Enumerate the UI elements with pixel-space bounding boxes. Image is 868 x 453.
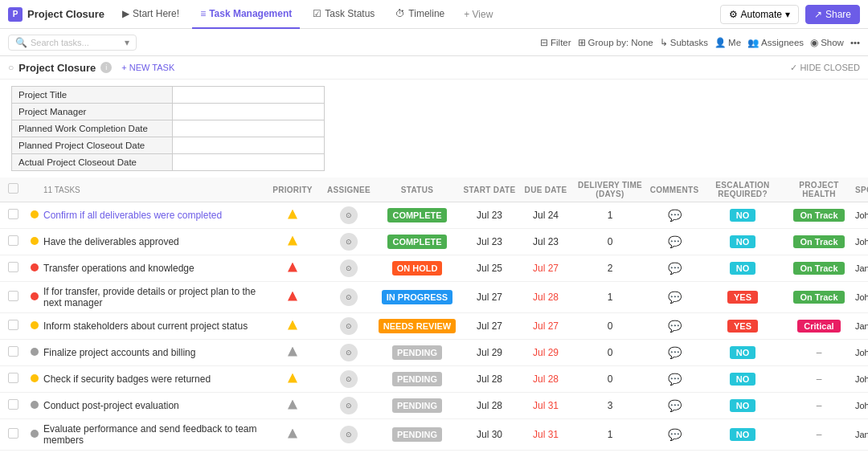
- more-button[interactable]: •••: [850, 38, 860, 47]
- task-checkbox-6[interactable]: [8, 373, 31, 386]
- info-table: Project Title Project Manager Planned Wo…: [11, 86, 325, 171]
- task-name-7[interactable]: Conduct post-project evaluation: [43, 400, 260, 411]
- tab-timeline[interactable]: ⏱ Timeline: [387, 0, 452, 29]
- task-name-text: Check if security badges were returned: [43, 373, 211, 385]
- assignee-avatar: ⊙: [340, 288, 358, 306]
- tab-task-management[interactable]: ≡ Task Management: [192, 0, 300, 29]
- section-info-icon[interactable]: i: [100, 62, 112, 73]
- task-assignee-7[interactable]: ⊙: [325, 397, 373, 414]
- tab-start-here[interactable]: ▶ Start Here!: [114, 0, 187, 29]
- status-badge: COMPLETE: [387, 208, 446, 222]
- task-assignee-1[interactable]: ⊙: [325, 233, 373, 251]
- main-content: ○ Project Closure i + NEW TASK ✓ HIDE CL…: [0, 56, 868, 453]
- task-dot-2: [31, 263, 43, 274]
- assignee-avatar: ⊙: [340, 206, 358, 224]
- info-value-project-closeout[interactable]: [173, 137, 325, 154]
- info-value-actual-closeout[interactable]: [173, 154, 325, 171]
- task-name-2[interactable]: Transfer operations and knowledge: [43, 263, 260, 274]
- add-view-button[interactable]: + View: [457, 9, 499, 20]
- filter-button[interactable]: ⊟ Filter: [540, 37, 571, 48]
- task-assignee-3[interactable]: ⊙: [325, 288, 373, 306]
- task-row: Conduct post-project evaluation ⊙ PENDIN…: [0, 393, 868, 419]
- checkbox-icon: [8, 346, 18, 357]
- automate-button[interactable]: ⚙ Automate ▾: [720, 5, 799, 24]
- task-status-0[interactable]: COMPLETE: [373, 210, 461, 221]
- task-dot-0: [31, 210, 43, 221]
- task-status-6[interactable]: PENDING: [373, 373, 461, 385]
- task-sponsor-3: John Doe: [855, 292, 868, 302]
- task-checkbox-3[interactable]: [8, 291, 31, 304]
- info-label-project-manager: Project Manager: [12, 104, 173, 120]
- section-collapse-icon[interactable]: ○: [8, 62, 14, 73]
- task-checkbox-1[interactable]: [8, 235, 31, 248]
- task-status-3[interactable]: IN PROGRESS: [373, 292, 461, 303]
- task-assignee-8[interactable]: ⊙: [325, 426, 373, 443]
- task-assignee-4[interactable]: ⊙: [325, 317, 373, 335]
- start-date-header: START DATE: [461, 186, 518, 194]
- task-dot-5: [31, 347, 43, 358]
- task-health-1: On Track: [783, 236, 855, 247]
- info-value-work-completion[interactable]: [173, 120, 325, 137]
- comment-icon: 💬: [668, 320, 682, 333]
- tab-task-status[interactable]: ☑ Task Status: [305, 0, 383, 29]
- task-name-6[interactable]: Check if security badges were returned: [43, 373, 260, 385]
- show-button[interactable]: ◉ Show: [810, 37, 844, 48]
- status-header: STATUS: [373, 186, 461, 194]
- assignees-button[interactable]: 👥 Assignees: [747, 37, 804, 48]
- task-assignee-5[interactable]: ⊙: [325, 344, 373, 361]
- task-health-4: Critical: [783, 320, 855, 332]
- task-status-5[interactable]: PENDING: [373, 347, 461, 358]
- task-escalation-3: YES: [702, 292, 783, 303]
- info-value-project-title[interactable]: [173, 87, 325, 104]
- task-name-3[interactable]: If for transfer, provide details or proj…: [43, 286, 260, 308]
- task-name-1[interactable]: Have the deliverables approved: [43, 236, 260, 247]
- task-due-1: Jul 23: [518, 236, 574, 247]
- assignee-avatar: ⊙: [340, 426, 358, 443]
- task-name-5[interactable]: Finalize project accounts and billing: [43, 347, 260, 358]
- task-name-8[interactable]: Evaluate performance and send feedback t…: [43, 423, 260, 446]
- task-row: Transfer operations and knowledge ⊙ ON H…: [0, 255, 868, 282]
- task-start-0: Jul 23: [461, 210, 518, 221]
- toolbar: 🔍 Search tasks... ▾ ⊟ Filter ⊞ Group by:…: [0, 29, 868, 56]
- task-checkbox-0[interactable]: [8, 209, 31, 222]
- assignee-avatar: ⊙: [340, 344, 358, 361]
- select-all-checkbox[interactable]: [8, 183, 31, 196]
- task-checkbox-8[interactable]: [8, 428, 31, 441]
- task-name-0[interactable]: Confirm if all deliverables were complet…: [43, 210, 260, 221]
- me-button[interactable]: 👤 Me: [714, 37, 741, 48]
- new-task-button[interactable]: + NEW TASK: [117, 61, 179, 74]
- status-badge: PENDING: [392, 398, 442, 413]
- task-status-7[interactable]: PENDING: [373, 400, 461, 411]
- task-checkbox-2[interactable]: [8, 262, 31, 275]
- info-label-project-closeout: Planned Project Closeout Date: [12, 137, 173, 154]
- task-assignee-0[interactable]: ⊙: [325, 206, 373, 224]
- task-dot-7: [31, 400, 43, 411]
- task-status-2[interactable]: ON HOLD: [373, 263, 461, 274]
- task-status-8[interactable]: PENDING: [373, 429, 461, 440]
- task-checkbox-7[interactable]: [8, 399, 31, 412]
- search-box[interactable]: 🔍 Search tasks... ▾: [8, 35, 137, 51]
- task-checkbox-5[interactable]: [8, 346, 31, 359]
- task-status-4[interactable]: NEEDS REVIEW: [373, 320, 461, 332]
- status-badge: PENDING: [392, 345, 442, 360]
- task-assignee-6[interactable]: ⊙: [325, 370, 373, 388]
- task-checkbox-4[interactable]: [8, 320, 31, 333]
- hide-closed-button[interactable]: ✓ HIDE CLOSED: [790, 63, 860, 73]
- task-rows-container: Confirm if all deliverables were complet…: [0, 202, 868, 453]
- task-name-text[interactable]: Confirm if all deliverables were complet…: [43, 210, 222, 221]
- info-value-project-manager[interactable]: [173, 104, 325, 120]
- task-assignee-2[interactable]: ⊙: [325, 259, 373, 277]
- task-comments-2: 💬: [646, 262, 702, 275]
- comment-icon: 💬: [668, 428, 682, 441]
- task-comments-1: 💬: [646, 235, 702, 248]
- task-name-4[interactable]: Inform stakeholders about current projec…: [43, 320, 260, 332]
- subtasks-button[interactable]: ↳ Subtasks: [660, 37, 708, 48]
- escalation-badge: NO: [730, 399, 756, 412]
- task-sponsor-1: John Smith: [855, 237, 868, 247]
- health-badge: –: [817, 429, 822, 440]
- task-status-1[interactable]: COMPLETE: [373, 236, 461, 247]
- share-button[interactable]: ↗ Share: [805, 5, 860, 24]
- group-by-button[interactable]: ⊞ Group by: None: [578, 37, 653, 48]
- task-status-icon: ☑: [313, 8, 321, 19]
- task-due-3: Jul 28: [518, 292, 574, 303]
